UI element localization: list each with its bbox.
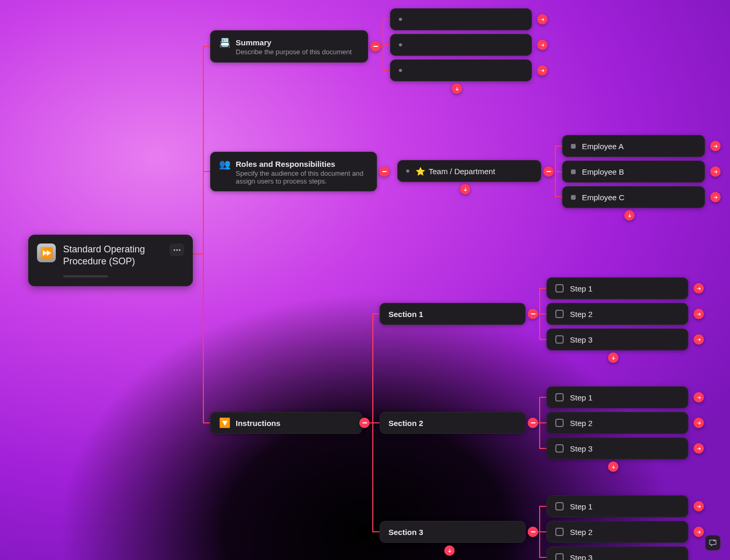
root-title[interactable]: Standard Operating Procedure (SOP) bbox=[63, 244, 158, 268]
expand-button[interactable] bbox=[537, 40, 548, 50]
node-employee-c[interactable]: Employee C bbox=[562, 186, 705, 208]
star-icon: ⭐ bbox=[416, 167, 425, 175]
roles-title: Roles and Responsibilities bbox=[236, 160, 368, 168]
node-step[interactable]: Step 3 bbox=[546, 437, 688, 459]
expand-button[interactable] bbox=[694, 309, 704, 319]
expand-button[interactable] bbox=[537, 14, 548, 25]
node-step[interactable]: Step 3 bbox=[546, 328, 688, 350]
collapse-button[interactable] bbox=[528, 309, 538, 319]
expand-button[interactable] bbox=[694, 443, 704, 454]
square-icon bbox=[571, 144, 576, 149]
collapse-button[interactable] bbox=[370, 41, 381, 52]
add-sibling-button[interactable] bbox=[624, 210, 635, 221]
node-instructions[interactable]: 🔽 Instructions bbox=[210, 412, 362, 434]
checkbox-icon[interactable] bbox=[555, 284, 564, 293]
square-icon bbox=[571, 195, 576, 200]
card-index-icon: 📇 bbox=[219, 38, 230, 47]
root-menu-button[interactable] bbox=[169, 244, 184, 256]
add-sibling-button[interactable] bbox=[460, 184, 470, 194]
expand-button[interactable] bbox=[694, 283, 704, 294]
node-employee-b[interactable]: Employee B bbox=[562, 161, 705, 182]
step-label: Step 2 bbox=[570, 419, 592, 428]
expand-button[interactable] bbox=[694, 527, 704, 537]
node-section-1[interactable]: Section 1 bbox=[380, 303, 526, 325]
node-section-3[interactable]: Section 3 bbox=[380, 521, 526, 543]
people-icon: 👥 bbox=[219, 160, 230, 169]
down-arrow-icon: 🔽 bbox=[219, 418, 230, 428]
node-step[interactable]: Step 2 bbox=[546, 303, 688, 325]
mindmap-canvas[interactable]: ⏩ Standard Operating Procedure (SOP) 📇 S… bbox=[0, 0, 730, 560]
node-step[interactable]: Step 3 bbox=[546, 546, 688, 560]
root-subtitle-placeholder bbox=[63, 275, 108, 277]
employee-label: Employee B bbox=[582, 167, 624, 176]
add-sibling-button[interactable] bbox=[444, 545, 455, 556]
step-label: Step 3 bbox=[570, 444, 592, 453]
expand-button[interactable] bbox=[694, 501, 704, 512]
collapse-button[interactable] bbox=[379, 166, 390, 177]
section-label: Section 1 bbox=[388, 310, 423, 319]
roles-subtitle: Specify the audience of this document an… bbox=[236, 169, 368, 185]
summary-subtitle: Describe the purpose of this document bbox=[236, 48, 352, 56]
step-label: Step 2 bbox=[570, 310, 592, 319]
feedback-button[interactable] bbox=[705, 535, 721, 551]
square-icon bbox=[571, 169, 576, 174]
checkbox-icon[interactable] bbox=[555, 502, 564, 510]
expand-button[interactable] bbox=[710, 166, 721, 177]
summary-title: Summary bbox=[236, 38, 352, 47]
step-label: Step 3 bbox=[570, 553, 592, 561]
collapse-button[interactable] bbox=[528, 418, 538, 428]
employee-label: Employee A bbox=[582, 142, 624, 151]
summary-bullet-2[interactable] bbox=[390, 34, 532, 56]
employee-label: Employee C bbox=[582, 193, 625, 202]
root-node[interactable]: ⏩ Standard Operating Procedure (SOP) bbox=[28, 235, 193, 286]
checkbox-icon[interactable] bbox=[555, 393, 564, 401]
step-label: Step 1 bbox=[570, 393, 592, 402]
node-step[interactable]: Step 1 bbox=[546, 386, 688, 408]
checkbox-icon[interactable] bbox=[555, 553, 564, 560]
step-label: Step 3 bbox=[570, 335, 592, 344]
collapse-button[interactable] bbox=[528, 527, 538, 537]
summary-bullet-1[interactable] bbox=[390, 8, 532, 30]
section-label: Section 3 bbox=[388, 528, 423, 537]
collapse-button[interactable] bbox=[543, 166, 554, 177]
bullet-icon bbox=[399, 69, 402, 72]
expand-button[interactable] bbox=[694, 334, 704, 345]
expand-button[interactable] bbox=[710, 192, 721, 202]
node-step[interactable]: Step 1 bbox=[546, 495, 688, 517]
step-label: Step 1 bbox=[570, 502, 592, 511]
bullet-icon bbox=[399, 43, 402, 46]
fast-forward-icon: ⏩ bbox=[37, 244, 56, 262]
checkbox-icon[interactable] bbox=[555, 444, 564, 453]
checkbox-icon[interactable] bbox=[555, 528, 564, 536]
instructions-title: Instructions bbox=[236, 419, 281, 428]
node-summary[interactable]: 📇 Summary Describe the purpose of this d… bbox=[210, 30, 368, 63]
collapse-button[interactable] bbox=[359, 418, 370, 428]
node-team[interactable]: ⭐ Team / Department bbox=[397, 160, 541, 182]
bullet-icon bbox=[399, 18, 402, 21]
expand-button[interactable] bbox=[694, 418, 704, 428]
step-label: Step 1 bbox=[570, 284, 592, 293]
step-label: Step 2 bbox=[570, 528, 592, 537]
checkbox-icon[interactable] bbox=[555, 419, 564, 427]
node-employee-a[interactable]: Employee A bbox=[562, 135, 705, 157]
checkbox-icon[interactable] bbox=[555, 310, 564, 318]
team-label: Team / Department bbox=[429, 167, 495, 176]
add-sibling-button[interactable] bbox=[608, 352, 618, 363]
bullet-icon bbox=[406, 169, 409, 173]
expand-button[interactable] bbox=[710, 141, 721, 151]
summary-bullet-3[interactable] bbox=[390, 59, 532, 81]
add-sibling-button[interactable] bbox=[452, 83, 462, 94]
node-step[interactable]: Step 1 bbox=[546, 277, 688, 299]
node-step[interactable]: Step 2 bbox=[546, 412, 688, 434]
node-roles[interactable]: 👥 Roles and Responsibilities Specify the… bbox=[210, 152, 377, 191]
node-section-2[interactable]: Section 2 bbox=[380, 412, 526, 434]
add-sibling-button[interactable] bbox=[608, 461, 618, 472]
expand-button[interactable] bbox=[537, 65, 548, 76]
checkbox-icon[interactable] bbox=[555, 335, 564, 344]
section-label: Section 2 bbox=[388, 419, 423, 428]
svg-point-0 bbox=[713, 540, 715, 542]
node-step[interactable]: Step 2 bbox=[546, 521, 688, 543]
expand-button[interactable] bbox=[694, 392, 704, 403]
